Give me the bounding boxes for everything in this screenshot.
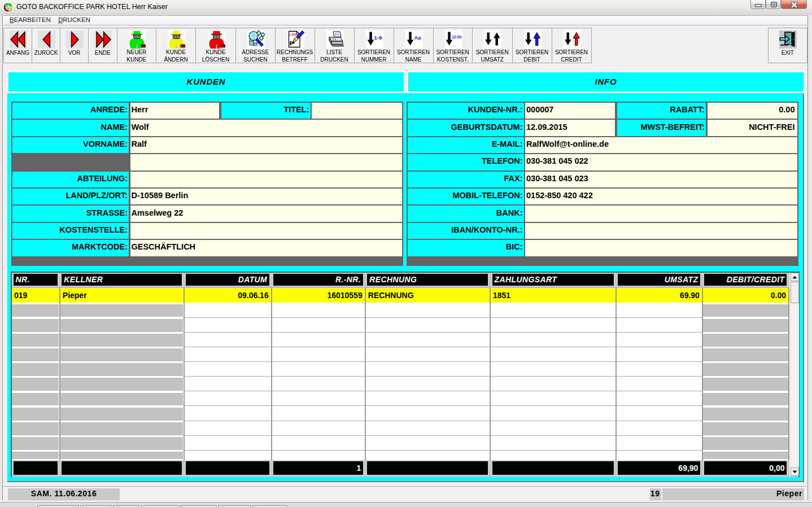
svg-text:Aa: Aa <box>414 34 421 41</box>
svg-text:1-9: 1-9 <box>374 34 382 41</box>
svg-text:LBB: LBB <box>289 33 296 36</box>
svg-text:12:00: 12:00 <box>452 35 462 39</box>
